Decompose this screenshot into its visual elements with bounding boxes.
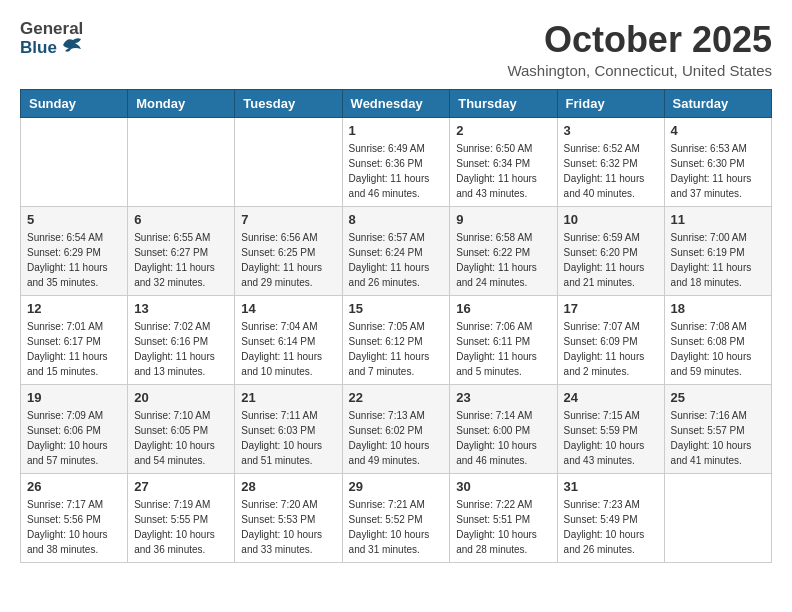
day-cell: 21Sunrise: 7:11 AM Sunset: 6:03 PM Dayli… (235, 384, 342, 473)
day-number: 15 (349, 301, 444, 316)
day-number: 7 (241, 212, 335, 227)
day-number: 2 (456, 123, 550, 138)
day-cell: 29Sunrise: 7:21 AM Sunset: 5:52 PM Dayli… (342, 473, 450, 562)
day-number: 22 (349, 390, 444, 405)
day-number: 3 (564, 123, 658, 138)
day-cell: 10Sunrise: 6:59 AM Sunset: 6:20 PM Dayli… (557, 206, 664, 295)
day-cell: 30Sunrise: 7:22 AM Sunset: 5:51 PM Dayli… (450, 473, 557, 562)
day-number: 23 (456, 390, 550, 405)
day-cell (235, 117, 342, 206)
day-number: 14 (241, 301, 335, 316)
day-cell: 8Sunrise: 6:57 AM Sunset: 6:24 PM Daylig… (342, 206, 450, 295)
day-cell: 18Sunrise: 7:08 AM Sunset: 6:08 PM Dayli… (664, 295, 771, 384)
day-number: 17 (564, 301, 658, 316)
day-number: 26 (27, 479, 121, 494)
day-info: Sunrise: 6:58 AM Sunset: 6:22 PM Dayligh… (456, 230, 550, 290)
day-info: Sunrise: 7:01 AM Sunset: 6:17 PM Dayligh… (27, 319, 121, 379)
day-info: Sunrise: 6:53 AM Sunset: 6:30 PM Dayligh… (671, 141, 765, 201)
day-number: 4 (671, 123, 765, 138)
day-info: Sunrise: 6:57 AM Sunset: 6:24 PM Dayligh… (349, 230, 444, 290)
day-number: 21 (241, 390, 335, 405)
week-row-3: 12Sunrise: 7:01 AM Sunset: 6:17 PM Dayli… (21, 295, 772, 384)
day-info: Sunrise: 7:11 AM Sunset: 6:03 PM Dayligh… (241, 408, 335, 468)
day-info: Sunrise: 7:06 AM Sunset: 6:11 PM Dayligh… (456, 319, 550, 379)
day-cell: 13Sunrise: 7:02 AM Sunset: 6:16 PM Dayli… (128, 295, 235, 384)
day-info: Sunrise: 6:50 AM Sunset: 6:34 PM Dayligh… (456, 141, 550, 201)
day-cell: 1Sunrise: 6:49 AM Sunset: 6:36 PM Daylig… (342, 117, 450, 206)
month-title: October 2025 (507, 20, 772, 60)
day-info: Sunrise: 6:49 AM Sunset: 6:36 PM Dayligh… (349, 141, 444, 201)
col-header-tuesday: Tuesday (235, 89, 342, 117)
day-number: 29 (349, 479, 444, 494)
day-info: Sunrise: 6:55 AM Sunset: 6:27 PM Dayligh… (134, 230, 228, 290)
logo: General Blue (20, 20, 83, 57)
title-block: October 2025 Washington, Connecticut, Un… (507, 20, 772, 79)
day-info: Sunrise: 7:13 AM Sunset: 6:02 PM Dayligh… (349, 408, 444, 468)
day-info: Sunrise: 7:15 AM Sunset: 5:59 PM Dayligh… (564, 408, 658, 468)
day-number: 13 (134, 301, 228, 316)
day-cell: 4Sunrise: 6:53 AM Sunset: 6:30 PM Daylig… (664, 117, 771, 206)
day-cell (664, 473, 771, 562)
day-number: 18 (671, 301, 765, 316)
day-info: Sunrise: 7:19 AM Sunset: 5:55 PM Dayligh… (134, 497, 228, 557)
day-number: 11 (671, 212, 765, 227)
day-cell: 15Sunrise: 7:05 AM Sunset: 6:12 PM Dayli… (342, 295, 450, 384)
day-cell: 12Sunrise: 7:01 AM Sunset: 6:17 PM Dayli… (21, 295, 128, 384)
day-info: Sunrise: 7:04 AM Sunset: 6:14 PM Dayligh… (241, 319, 335, 379)
day-cell: 19Sunrise: 7:09 AM Sunset: 6:06 PM Dayli… (21, 384, 128, 473)
page-header: General Blue October 2025 Washington, Co… (20, 20, 772, 79)
day-number: 12 (27, 301, 121, 316)
week-row-5: 26Sunrise: 7:17 AM Sunset: 5:56 PM Dayli… (21, 473, 772, 562)
week-row-1: 1Sunrise: 6:49 AM Sunset: 6:36 PM Daylig… (21, 117, 772, 206)
day-cell: 25Sunrise: 7:16 AM Sunset: 5:57 PM Dayli… (664, 384, 771, 473)
day-number: 19 (27, 390, 121, 405)
day-info: Sunrise: 7:16 AM Sunset: 5:57 PM Dayligh… (671, 408, 765, 468)
col-header-sunday: Sunday (21, 89, 128, 117)
day-cell: 17Sunrise: 7:07 AM Sunset: 6:09 PM Dayli… (557, 295, 664, 384)
week-row-2: 5Sunrise: 6:54 AM Sunset: 6:29 PM Daylig… (21, 206, 772, 295)
day-number: 16 (456, 301, 550, 316)
day-number: 28 (241, 479, 335, 494)
day-cell: 31Sunrise: 7:23 AM Sunset: 5:49 PM Dayli… (557, 473, 664, 562)
day-number: 27 (134, 479, 228, 494)
day-cell: 24Sunrise: 7:15 AM Sunset: 5:59 PM Dayli… (557, 384, 664, 473)
bird-icon (61, 35, 83, 57)
day-cell: 7Sunrise: 6:56 AM Sunset: 6:25 PM Daylig… (235, 206, 342, 295)
day-number: 1 (349, 123, 444, 138)
calendar-header-row: SundayMondayTuesdayWednesdayThursdayFrid… (21, 89, 772, 117)
day-info: Sunrise: 7:00 AM Sunset: 6:19 PM Dayligh… (671, 230, 765, 290)
day-number: 31 (564, 479, 658, 494)
day-cell (128, 117, 235, 206)
day-cell (21, 117, 128, 206)
day-cell: 16Sunrise: 7:06 AM Sunset: 6:11 PM Dayli… (450, 295, 557, 384)
day-info: Sunrise: 6:56 AM Sunset: 6:25 PM Dayligh… (241, 230, 335, 290)
col-header-thursday: Thursday (450, 89, 557, 117)
day-cell: 26Sunrise: 7:17 AM Sunset: 5:56 PM Dayli… (21, 473, 128, 562)
day-cell: 20Sunrise: 7:10 AM Sunset: 6:05 PM Dayli… (128, 384, 235, 473)
location: Washington, Connecticut, United States (507, 62, 772, 79)
day-info: Sunrise: 7:10 AM Sunset: 6:05 PM Dayligh… (134, 408, 228, 468)
day-info: Sunrise: 7:17 AM Sunset: 5:56 PM Dayligh… (27, 497, 121, 557)
day-info: Sunrise: 6:54 AM Sunset: 6:29 PM Dayligh… (27, 230, 121, 290)
day-number: 10 (564, 212, 658, 227)
day-info: Sunrise: 7:05 AM Sunset: 6:12 PM Dayligh… (349, 319, 444, 379)
week-row-4: 19Sunrise: 7:09 AM Sunset: 6:06 PM Dayli… (21, 384, 772, 473)
day-cell: 28Sunrise: 7:20 AM Sunset: 5:53 PM Dayli… (235, 473, 342, 562)
day-cell: 6Sunrise: 6:55 AM Sunset: 6:27 PM Daylig… (128, 206, 235, 295)
day-info: Sunrise: 7:02 AM Sunset: 6:16 PM Dayligh… (134, 319, 228, 379)
day-info: Sunrise: 6:52 AM Sunset: 6:32 PM Dayligh… (564, 141, 658, 201)
day-cell: 9Sunrise: 6:58 AM Sunset: 6:22 PM Daylig… (450, 206, 557, 295)
day-cell: 5Sunrise: 6:54 AM Sunset: 6:29 PM Daylig… (21, 206, 128, 295)
day-info: Sunrise: 7:07 AM Sunset: 6:09 PM Dayligh… (564, 319, 658, 379)
logo-blue: Blue (20, 39, 57, 58)
day-cell: 11Sunrise: 7:00 AM Sunset: 6:19 PM Dayli… (664, 206, 771, 295)
day-info: Sunrise: 7:22 AM Sunset: 5:51 PM Dayligh… (456, 497, 550, 557)
day-cell: 23Sunrise: 7:14 AM Sunset: 6:00 PM Dayli… (450, 384, 557, 473)
day-number: 9 (456, 212, 550, 227)
col-header-wednesday: Wednesday (342, 89, 450, 117)
logo-text: General Blue (20, 20, 83, 57)
day-number: 30 (456, 479, 550, 494)
day-info: Sunrise: 7:23 AM Sunset: 5:49 PM Dayligh… (564, 497, 658, 557)
day-number: 25 (671, 390, 765, 405)
day-info: Sunrise: 7:20 AM Sunset: 5:53 PM Dayligh… (241, 497, 335, 557)
